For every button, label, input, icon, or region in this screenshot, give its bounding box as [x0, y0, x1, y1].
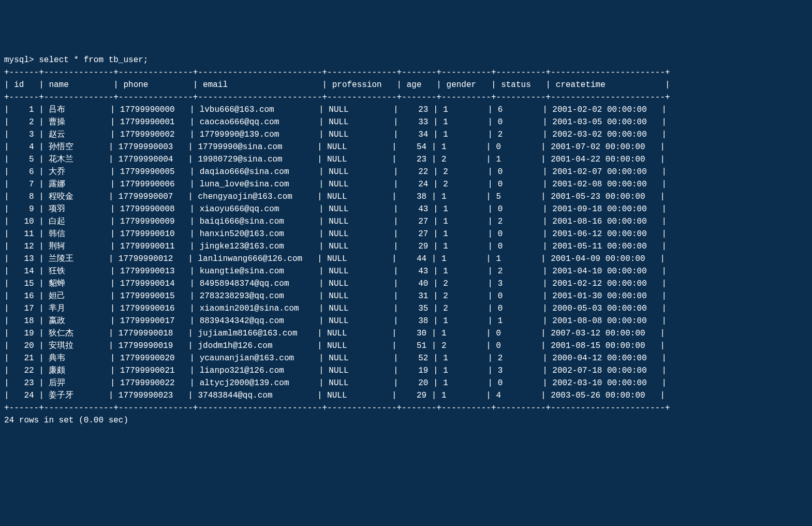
table-border-mid: +------+--------------+---------------+-… — [4, 93, 670, 102]
sql-query: select * from tb_user; — [39, 55, 148, 65]
table-border-bottom: +------+--------------+---------------+-… — [4, 403, 670, 413]
result-footer: 24 rows in set (0.00 sec) — [4, 416, 128, 425]
mysql-prompt: mysql> — [4, 55, 39, 65]
table-header-row: | id | name | phone | email | profession… — [4, 80, 670, 90]
table-body: | 1 | 吕布 | 17799990000 | lvbu666@163.com… — [4, 105, 667, 400]
table-border-top: +------+--------------+---------------+-… — [4, 68, 670, 77]
terminal-output: mysql> select * from tb_user; +------+--… — [4, 54, 808, 427]
